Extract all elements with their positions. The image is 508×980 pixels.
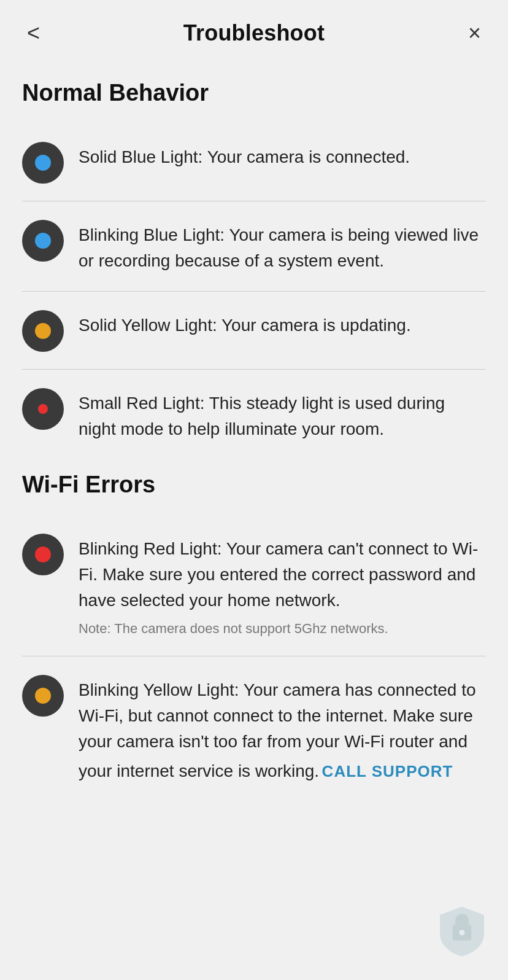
blue-dot-blink xyxy=(35,233,51,249)
blinking-red-icon xyxy=(22,534,64,575)
call-support-button[interactable]: CALL SUPPORT xyxy=(322,755,453,781)
normal-behavior-section: Normal Behavior Solid Blue Light: Your c… xyxy=(22,80,486,459)
normal-behavior-title: Normal Behavior xyxy=(22,80,486,106)
list-item: Blinking Yellow Light: Your camera has c… xyxy=(22,656,486,784)
wifi-errors-title: Wi-Fi Errors xyxy=(22,472,486,498)
yellow-dot xyxy=(35,323,51,339)
wifi-errors-section: Wi-Fi Errors Blinking Red Light: Your ca… xyxy=(22,472,486,784)
item-text: Blinking Yellow Light: Your camera has c… xyxy=(79,674,486,784)
blue-dot xyxy=(35,155,51,171)
blinking-red-note: Note: The camera does not support 5Ghz n… xyxy=(79,620,486,639)
list-item: Blinking Blue Light: Your camera is bein… xyxy=(22,201,486,292)
small-red-text: Small Red Light: This steady light is us… xyxy=(79,394,445,438)
watermark-icon xyxy=(434,904,490,962)
solid-blue-text: Solid Blue Light: Your camera is connect… xyxy=(79,147,410,166)
blinking-blue-text: Blinking Blue Light: Your camera is bein… xyxy=(79,225,479,270)
blinking-blue-icon xyxy=(22,220,64,262)
solid-yellow-text: Solid Yellow Light: Your camera is updat… xyxy=(79,316,411,335)
red-dot-blink xyxy=(35,546,51,562)
blinking-yellow-icon xyxy=(22,675,64,717)
small-red-icon xyxy=(22,388,64,430)
list-item: Solid Blue Light: Your camera is connect… xyxy=(22,123,486,201)
item-text: Blinking Blue Light: Your camera is bein… xyxy=(79,219,486,274)
list-item: Small Red Light: This steady light is us… xyxy=(22,370,486,459)
page-header: < Troubleshoot × xyxy=(0,0,508,61)
yellow-dot-blink xyxy=(35,688,51,704)
list-item: Blinking Red Light: Your camera can't co… xyxy=(22,515,486,656)
solid-blue-icon xyxy=(22,142,64,184)
red-dot-small xyxy=(38,404,48,414)
page-title: Troubleshoot xyxy=(183,20,325,46)
back-button[interactable]: < xyxy=(22,17,45,49)
item-text: Small Red Light: This steady light is us… xyxy=(79,387,486,442)
item-text: Blinking Red Light: Your camera can't co… xyxy=(79,532,486,639)
main-content: Normal Behavior Solid Blue Light: Your c… xyxy=(0,61,508,821)
svg-point-1 xyxy=(460,930,465,935)
solid-yellow-icon xyxy=(22,310,64,352)
blinking-red-text: Blinking Red Light: Your camera can't co… xyxy=(79,539,478,610)
close-button[interactable]: × xyxy=(463,17,486,49)
item-text: Solid Yellow Light: Your camera is updat… xyxy=(79,309,486,338)
list-item: Solid Yellow Light: Your camera is updat… xyxy=(22,292,486,370)
item-text: Solid Blue Light: Your camera is connect… xyxy=(79,141,486,170)
